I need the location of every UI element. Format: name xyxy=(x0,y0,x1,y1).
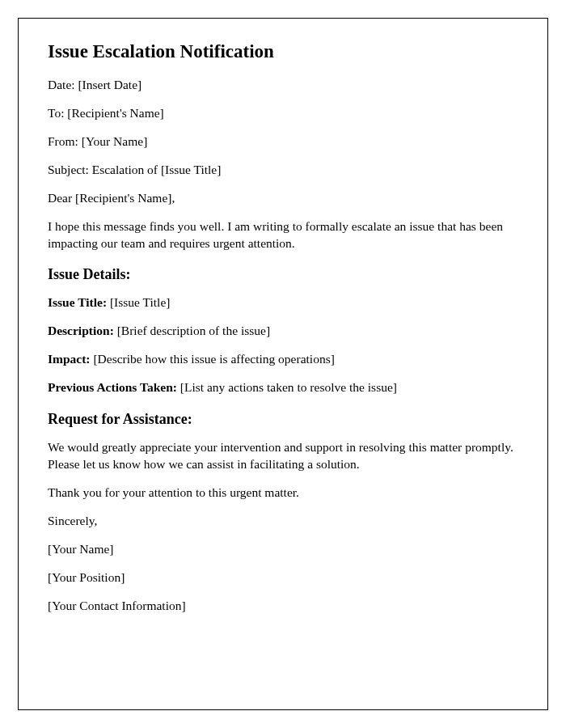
actions-line: Previous Actions Taken: [List any action… xyxy=(48,379,518,396)
description-line: Description: [Brief description of the i… xyxy=(48,323,518,340)
subject-label: Subject: xyxy=(48,163,92,176)
description-value: [Brief description of the issue] xyxy=(117,324,270,337)
subject-line: Subject: Escalation of [Issue Title] xyxy=(48,162,518,179)
impact-label: Impact: xyxy=(48,352,93,366)
request-heading: Request for Assistance: xyxy=(48,411,518,428)
actions-label: Previous Actions Taken: xyxy=(48,380,180,394)
greeting: Dear [Recipient's Name], xyxy=(48,190,518,207)
issue-details-heading: Issue Details: xyxy=(48,266,518,283)
description-label: Description: xyxy=(48,324,117,337)
to-label: To: xyxy=(48,106,67,120)
subject-value: Escalation of [Issue Title] xyxy=(92,163,222,176)
impact-line: Impact: [Describe how this issue is affe… xyxy=(48,351,518,368)
from-value: [Your Name] xyxy=(82,134,148,148)
issue-title-value: [Issue Title] xyxy=(110,295,171,309)
from-label: From: xyxy=(48,134,82,148)
to-value: [Recipient's Name] xyxy=(67,106,163,120)
date-line: Date: [Insert Date] xyxy=(48,77,518,94)
signoff-sincerely: Sincerely, xyxy=(48,513,518,530)
document-container: Issue Escalation Notification Date: [Ins… xyxy=(18,18,548,710)
from-line: From: [Your Name] xyxy=(48,133,518,150)
signoff-position: [Your Position] xyxy=(48,569,518,586)
date-label: Date: xyxy=(48,78,78,91)
issue-title-label: Issue Title: xyxy=(48,295,110,309)
actions-value: [List any actions taken to resolve the i… xyxy=(180,380,397,394)
thanks: Thank you for your attention to this urg… xyxy=(48,485,518,502)
request-body: We would greatly appreciate your interve… xyxy=(48,439,518,473)
impact-value: [Describe how this issue is affecting op… xyxy=(93,352,334,366)
date-value: [Insert Date] xyxy=(78,78,142,91)
signoff-contact: [Your Contact Information] xyxy=(48,598,518,615)
intro-paragraph: I hope this message finds you well. I am… xyxy=(48,218,518,252)
signoff-name: [Your Name] xyxy=(48,541,518,558)
to-line: To: [Recipient's Name] xyxy=(48,105,518,122)
issue-title-line: Issue Title: [Issue Title] xyxy=(48,294,518,311)
document-title: Issue Escalation Notification xyxy=(48,41,518,62)
